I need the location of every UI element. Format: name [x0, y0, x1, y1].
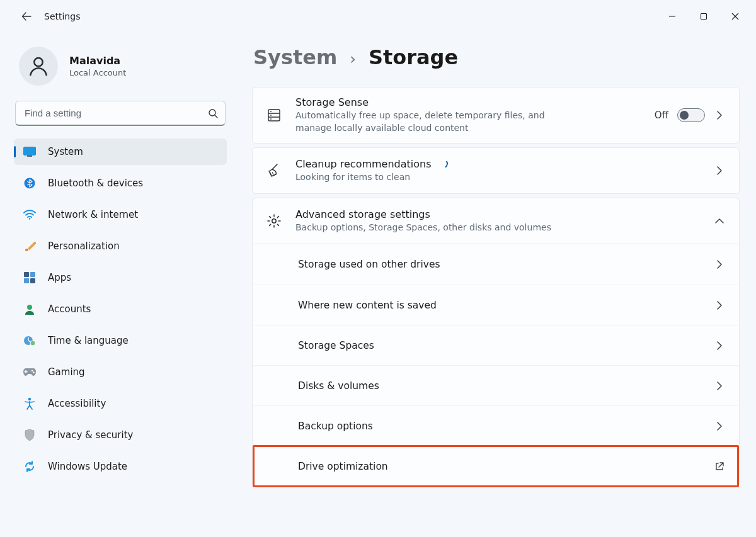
- account-block[interactable]: Malavida Local Account: [14, 40, 227, 101]
- subrow-label: Disks & volumes: [298, 380, 714, 392]
- nav-label: Network & internet: [48, 209, 138, 220]
- nav-list: System Bluetooth & devices Network & int…: [14, 138, 227, 480]
- svg-point-21: [272, 219, 276, 223]
- nav-item-privacy[interactable]: Privacy & security: [14, 422, 227, 448]
- subrow-drive-optimization[interactable]: Drive optimization: [253, 446, 739, 486]
- broom-icon: [266, 162, 295, 179]
- main-panel: System › Storage Storage Sense Automatic…: [237, 33, 756, 537]
- arrow-left-icon: [21, 11, 32, 21]
- svg-point-14: [32, 370, 33, 371]
- subrow-new-content-saved[interactable]: Where new content is saved: [253, 285, 739, 325]
- nav-item-accounts[interactable]: Accounts: [14, 296, 227, 322]
- subrow-storage-spaces[interactable]: Storage Spaces: [253, 325, 739, 365]
- gamepad-icon: [23, 365, 37, 379]
- subrow-storage-other-drives[interactable]: Storage used on other drives: [253, 244, 739, 285]
- storage-sense-desc: Automatically free up space, delete temp…: [295, 110, 560, 134]
- nav-label: Apps: [48, 272, 71, 283]
- nav-item-time-language[interactable]: Time & language: [14, 327, 227, 354]
- maximize-icon: [700, 13, 707, 20]
- nav-item-apps[interactable]: Apps: [14, 264, 227, 291]
- subrow-label: Storage used on other drives: [298, 259, 714, 270]
- nav-label: Privacy & security: [48, 429, 133, 441]
- chevron-right-icon: [714, 300, 725, 310]
- nav-item-gaming[interactable]: Gaming: [14, 359, 227, 385]
- svg-rect-17: [268, 110, 280, 121]
- nav-item-network[interactable]: Network & internet: [14, 201, 227, 228]
- window-minimize-button[interactable]: [656, 4, 688, 29]
- nav-item-accessibility[interactable]: Accessibility: [14, 390, 227, 417]
- svg-rect-3: [24, 147, 36, 155]
- system-icon: [23, 145, 37, 159]
- shield-icon: [23, 428, 37, 442]
- loading-spinner-icon: [437, 158, 449, 170]
- window-close-button[interactable]: [719, 4, 751, 29]
- search-input[interactable]: [15, 101, 226, 126]
- advanced-storage-header[interactable]: Advanced storage settings Backup options…: [253, 198, 739, 244]
- nav-label: Personalization: [48, 240, 120, 252]
- svg-rect-4: [27, 155, 32, 157]
- sidebar: Malavida Local Account System Bluetoot: [4, 33, 237, 537]
- chevron-right-icon: [714, 421, 725, 431]
- subrow-label: Where new content is saved: [298, 300, 714, 311]
- nav-label: System: [48, 146, 83, 157]
- chevron-right-icon: [714, 341, 725, 351]
- subrow-label: Backup options: [298, 421, 714, 432]
- close-icon: [731, 13, 739, 20]
- chevron-right-icon: ›: [350, 50, 356, 68]
- storage-sense-card[interactable]: Storage Sense Automatically free up spac…: [252, 87, 740, 144]
- advanced-desc: Backup options, Storage Spaces, other di…: [295, 222, 714, 234]
- svg-rect-7: [24, 272, 29, 277]
- storage-sense-toggle[interactable]: [677, 108, 705, 122]
- storage-sense-title: Storage Sense: [295, 96, 655, 108]
- chevron-right-icon: [714, 381, 725, 391]
- svg-rect-10: [30, 278, 35, 283]
- breadcrumb: System › Storage: [253, 45, 740, 69]
- update-icon: [23, 460, 37, 473]
- svg-point-11: [27, 305, 32, 310]
- chevron-right-icon: [714, 259, 725, 269]
- title-bar: Settings: [0, 0, 756, 33]
- storage-sense-toggle-label: Off: [655, 110, 668, 121]
- avatar: [19, 47, 58, 86]
- nav-label: Accessibility: [48, 398, 106, 409]
- apps-icon: [23, 271, 37, 285]
- search-field-wrap: [15, 101, 226, 126]
- accessibility-icon: [23, 397, 37, 410]
- cleanup-title: Cleanup recommendations: [295, 158, 432, 170]
- advanced-subitems: Storage used on other drives Where new c…: [253, 244, 739, 486]
- svg-point-19: [270, 115, 272, 116]
- nav-item-windows-update[interactable]: Windows Update: [14, 453, 227, 480]
- nav-item-system[interactable]: System: [14, 138, 227, 165]
- paintbrush-icon: [23, 239, 37, 253]
- svg-rect-0: [701, 14, 707, 20]
- breadcrumb-parent[interactable]: System: [253, 45, 337, 69]
- gear-icon: [266, 213, 295, 229]
- svg-point-18: [270, 111, 272, 112]
- svg-rect-9: [24, 278, 29, 283]
- breadcrumb-current: Storage: [369, 45, 458, 69]
- clock-globe-icon: [23, 334, 37, 348]
- svg-point-15: [33, 371, 34, 373]
- back-button[interactable]: [14, 4, 39, 29]
- svg-rect-8: [30, 272, 35, 277]
- wifi-icon: [23, 208, 37, 222]
- nav-item-bluetooth[interactable]: Bluetooth & devices: [14, 170, 227, 196]
- nav-label: Windows Update: [48, 461, 127, 472]
- cleanup-recommendations-card[interactable]: Cleanup recommendations Looking for item…: [252, 147, 740, 194]
- svg-point-6: [29, 218, 31, 220]
- nav-label: Gaming: [48, 366, 85, 378]
- svg-point-20: [270, 118, 272, 120]
- account-name: Malavida: [69, 55, 126, 67]
- svg-point-2: [209, 110, 215, 116]
- nav-item-personalization[interactable]: Personalization: [14, 233, 227, 259]
- subrow-backup-options[interactable]: Backup options: [253, 405, 739, 446]
- window-maximize-button[interactable]: [688, 4, 719, 29]
- user-icon: [26, 54, 50, 78]
- app-title: Settings: [44, 11, 80, 21]
- chevron-up-icon: [714, 218, 725, 224]
- nav-label: Accounts: [48, 303, 91, 315]
- subrow-disks-volumes[interactable]: Disks & volumes: [253, 365, 739, 405]
- nav-label: Bluetooth & devices: [48, 178, 143, 189]
- svg-point-13: [30, 341, 35, 346]
- account-subtitle: Local Account: [69, 68, 126, 77]
